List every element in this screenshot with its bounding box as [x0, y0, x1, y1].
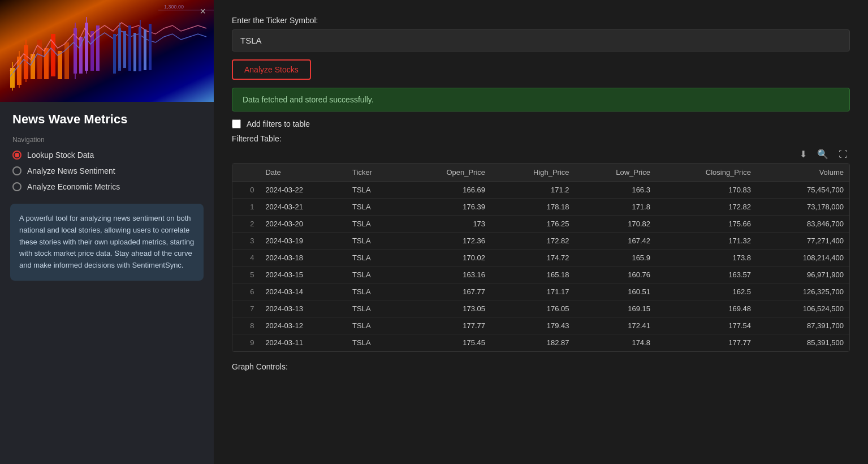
cell-close: 171.32 — [656, 233, 757, 250]
filter-checkbox[interactable] — [232, 119, 241, 128]
nav-item-lookup[interactable]: Lookup Stock Data — [0, 147, 214, 163]
svg-rect-14 — [96, 25, 100, 71]
description-text: A powerful tool for analyzing news senti… — [19, 214, 194, 269]
svg-rect-21 — [144, 29, 146, 70]
cell-open: 172.36 — [402, 233, 491, 250]
svg-rect-0 — [0, 0, 214, 102]
col-header-volume[interactable]: Volume — [757, 164, 849, 182]
cell-high: 176.05 — [491, 300, 575, 317]
close-button[interactable]: × — [200, 6, 206, 18]
cell-high: 171.2 — [491, 182, 575, 199]
cell-open: 177.77 — [402, 317, 491, 334]
expand-button[interactable]: ⛶ — [836, 148, 850, 161]
table-row: 1 2024-03-21 TSLA 176.39 178.18 171.8 17… — [232, 199, 849, 216]
cell-idx: 6 — [232, 283, 260, 300]
cell-close: 170.83 — [656, 182, 757, 199]
cell-close: 172.82 — [656, 199, 757, 216]
table-row: 5 2024-03-15 TSLA 163.16 165.18 160.76 1… — [232, 267, 849, 283]
cell-low: 167.42 — [575, 233, 656, 250]
cell-low: 160.76 — [575, 267, 656, 283]
svg-rect-13 — [90, 31, 94, 71]
svg-rect-22 — [149, 24, 152, 70]
cell-idx: 4 — [232, 250, 260, 267]
expand-icon: ⛶ — [839, 149, 848, 159]
radio-lookup[interactable] — [12, 151, 21, 160]
download-button[interactable]: ⬇ — [797, 148, 809, 161]
cell-volume: 106,524,500 — [757, 300, 849, 317]
col-header-high[interactable]: High_Price — [491, 164, 575, 182]
cell-idx: 1 — [232, 199, 260, 216]
cell-close: 162.5 — [656, 283, 757, 300]
table-row: 0 2024-03-22 TSLA 166.69 171.2 166.3 170… — [232, 182, 849, 199]
cell-idx: 7 — [232, 300, 260, 317]
cell-high: 165.18 — [491, 267, 575, 283]
table-wrapper: Date Ticker Open_Price High_Price Low_Pr… — [232, 163, 850, 352]
nav-item-news[interactable]: Analyze News Sentiment — [0, 163, 214, 179]
cell-volume: 83,846,700 — [757, 216, 849, 233]
graph-controls-label: Graph Controls: — [232, 362, 850, 371]
cell-ticker: TSLA — [347, 216, 402, 233]
svg-rect-19 — [133, 33, 136, 71]
cell-low: 174.8 — [575, 334, 656, 351]
cell-open: 170.02 — [402, 250, 491, 267]
table-body: 0 2024-03-22 TSLA 166.69 171.2 166.3 170… — [232, 182, 849, 351]
col-header-date[interactable]: Date — [260, 164, 347, 182]
col-header-close[interactable]: Closing_Price — [656, 164, 757, 182]
table-toolbar: ⬇ 🔍 ⛶ — [232, 148, 850, 161]
sidebar: × — [0, 0, 214, 464]
hero-image: 1,300.00 — [0, 0, 214, 102]
cell-low: 160.51 — [575, 283, 656, 300]
cell-date: 2024-03-18 — [260, 250, 347, 267]
radio-news[interactable] — [12, 166, 21, 175]
cell-low: 170.82 — [575, 216, 656, 233]
filtered-table-label: Filtered Table: — [232, 134, 850, 143]
cell-open: 175.45 — [402, 334, 491, 351]
cell-ticker: TSLA — [347, 267, 402, 283]
nav-news-label: Analyze News Sentiment — [27, 166, 115, 175]
cell-date: 2024-03-13 — [260, 300, 347, 317]
table-header-row: Date Ticker Open_Price High_Price Low_Pr… — [232, 164, 849, 182]
table-row: 6 2024-03-14 TSLA 167.77 171.17 160.51 1… — [232, 283, 849, 300]
col-header-ticker[interactable]: Ticker — [347, 164, 402, 182]
cell-close: 173.8 — [656, 250, 757, 267]
cell-volume: 77,271,400 — [757, 233, 849, 250]
filter-label: Add filters to table — [247, 119, 310, 128]
nav-section-label: Navigation — [0, 129, 214, 147]
table-row: 7 2024-03-13 TSLA 173.05 176.05 169.15 1… — [232, 300, 849, 317]
search-table-button[interactable]: 🔍 — [815, 148, 831, 161]
cell-idx: 0 — [232, 182, 260, 199]
search-icon: 🔍 — [817, 149, 828, 159]
data-table: Date Ticker Open_Price High_Price Low_Pr… — [232, 164, 849, 351]
cell-high: 172.82 — [491, 233, 575, 250]
svg-rect-18 — [128, 25, 131, 71]
cell-date: 2024-03-11 — [260, 334, 347, 351]
table-row: 8 2024-03-12 TSLA 177.77 179.43 172.41 1… — [232, 317, 849, 334]
analyze-stocks-button[interactable]: Analyze Stocks — [232, 59, 311, 80]
cell-open: 173.05 — [402, 300, 491, 317]
cell-low: 172.41 — [575, 317, 656, 334]
cell-high: 171.17 — [491, 283, 575, 300]
table-row: 3 2024-03-19 TSLA 172.36 172.82 167.42 1… — [232, 233, 849, 250]
cell-ticker: TSLA — [347, 182, 402, 199]
cell-ticker: TSLA — [347, 334, 402, 351]
cell-close: 169.48 — [656, 300, 757, 317]
table-row: 4 2024-03-18 TSLA 170.02 174.72 165.9 17… — [232, 250, 849, 267]
cell-volume: 75,454,700 — [757, 182, 849, 199]
cell-idx: 3 — [232, 233, 260, 250]
cell-low: 166.3 — [575, 182, 656, 199]
radio-economic[interactable] — [12, 182, 21, 191]
col-header-open[interactable]: Open_Price — [402, 164, 491, 182]
svg-rect-17 — [123, 31, 126, 68]
nav-item-economic[interactable]: Analyze Economic Metrics — [0, 179, 214, 195]
cell-date: 2024-03-22 — [260, 182, 347, 199]
cell-close: 177.54 — [656, 317, 757, 334]
ticker-input[interactable] — [232, 29, 850, 51]
cell-ticker: TSLA — [347, 300, 402, 317]
cell-ticker: TSLA — [347, 250, 402, 267]
cell-ticker: TSLA — [347, 317, 402, 334]
app-title: News Wave Metrics — [0, 102, 214, 129]
col-header-low[interactable]: Low_Price — [575, 164, 656, 182]
cell-high: 178.18 — [491, 199, 575, 216]
cell-volume: 85,391,500 — [757, 334, 849, 351]
cell-date: 2024-03-15 — [260, 267, 347, 283]
